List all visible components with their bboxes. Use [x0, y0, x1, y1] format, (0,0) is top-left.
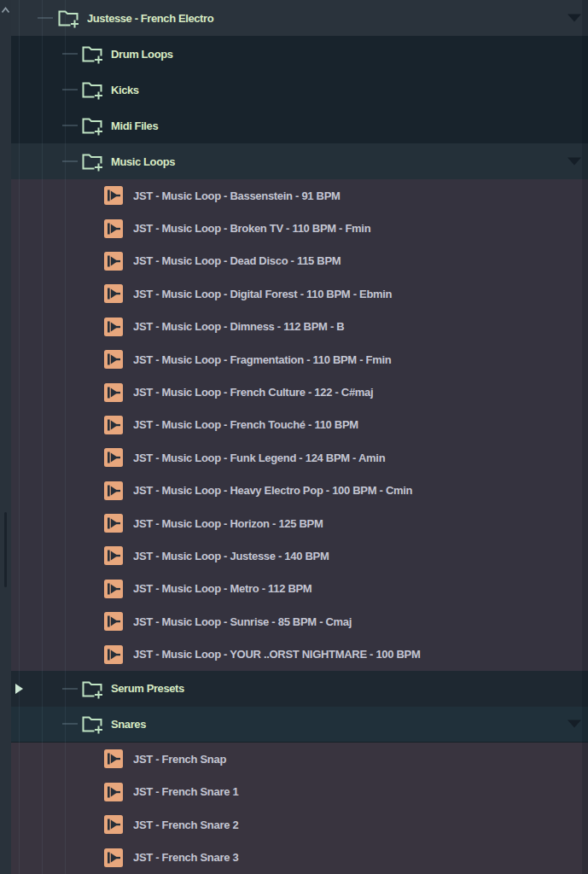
audio-sample-icon — [104, 252, 123, 271]
folder-label: Serum Presets — [111, 682, 588, 695]
audio-sample-icon — [104, 284, 123, 303]
folder-row[interactable]: Snares — [11, 707, 588, 743]
file-row[interactable]: JST - Music Loop - Funk Legend - 124 BPM… — [11, 441, 588, 474]
chevron-down-icon[interactable] — [568, 158, 581, 166]
play-marker-icon — [15, 684, 23, 694]
folder-plus-icon — [80, 714, 104, 734]
folder-row[interactable]: Drum Loops — [11, 36, 588, 72]
file-label: JST - Music Loop - Dead Disco - 115 BPM — [133, 254, 588, 267]
file-row[interactable]: JST - French Snare 3 — [11, 841, 588, 874]
chevron-down-icon[interactable] — [568, 15, 581, 22]
file-row[interactable]: JST - French Snare 1 — [11, 775, 588, 808]
file-label: JST - Music Loop - French Touché - 110 B… — [133, 418, 588, 431]
file-label: JST - Music Loop - Digital Forest - 110 … — [133, 288, 588, 300]
file-label: JST - French Snare 3 — [133, 851, 588, 864]
tree-connector — [62, 125, 78, 126]
tree-connector — [62, 688, 78, 690]
file-label: JST - Music Loop - Metro - 112 BPM — [133, 582, 588, 595]
file-label: JST - Music Loop - Dimness - 112 BPM - B — [133, 320, 588, 333]
file-label: JST - Music Loop - Heavy Electro Pop - 1… — [133, 484, 588, 497]
file-row[interactable]: JST - Music Loop - Heavy Electro Pop - 1… — [11, 475, 588, 507]
folder-plus-icon — [80, 44, 104, 64]
scroll-up-icon[interactable] — [0, 4, 11, 16]
file-row[interactable]: JST - French Snap — [11, 743, 588, 776]
file-row[interactable]: JST - Music Loop - Metro - 112 BPM — [11, 573, 588, 605]
audio-sample-icon — [104, 749, 123, 768]
folder-row[interactable]: Midi Files — [11, 108, 588, 143]
file-label: JST - Music Loop - French Culture - 122 … — [133, 386, 588, 399]
file-label: JST - Music Loop - Bassenstein - 91 BPM — [133, 189, 588, 202]
file-label: JST - Music Loop - Funk Legend - 124 BPM… — [133, 452, 588, 464]
chevron-down-icon[interactable] — [568, 720, 581, 728]
tree-connector — [62, 53, 78, 55]
audio-sample-icon — [104, 219, 123, 238]
audio-sample-icon — [104, 448, 123, 467]
file-row[interactable]: JST - Music Loop - Fragmentation - 110 B… — [11, 343, 588, 376]
folder-label: Kicks — [111, 84, 588, 96]
audio-sample-icon — [104, 481, 123, 500]
file-row[interactable]: JST - Music Loop - Bassenstein - 91 BPM — [11, 179, 588, 212]
audio-sample-icon — [104, 350, 123, 369]
file-label: JST - Music Loop - Horizon - 125 BPM — [133, 517, 588, 530]
file-label: JST - Music Loop - Broken TV - 110 BPM -… — [133, 222, 588, 235]
audio-sample-icon — [104, 383, 123, 402]
audio-sample-icon — [104, 580, 123, 598]
browser-panel: Justesse - French Electro Drum Loops Kic… — [0, 0, 588, 874]
audio-sample-icon — [104, 612, 123, 631]
scrollbar-track[interactable] — [0, 0, 11, 874]
tree-connector — [62, 89, 78, 90]
file-tree: Justesse - French Electro Drum Loops Kic… — [11, 0, 588, 874]
file-label: JST - Music Loop - YOUR ..ORST NIGHTMARE… — [133, 648, 588, 661]
file-row[interactable]: JST - French Snare 2 — [11, 808, 588, 842]
file-row[interactable]: JST - Music Loop - Sunrise - 85 BPM - Cm… — [11, 605, 588, 638]
folder-row[interactable]: Kicks — [11, 72, 588, 108]
audio-sample-icon — [104, 514, 123, 533]
folder-plus-icon — [80, 79, 104, 100]
file-row[interactable]: JST - Music Loop - YOUR ..ORST NIGHTMARE… — [11, 638, 588, 670]
file-row[interactable]: JST - Music Loop - Digital Forest - 110 … — [11, 277, 588, 310]
folder-label: Music Loops — [111, 155, 588, 168]
folder-label: Midi Files — [111, 119, 588, 132]
tree-connector — [38, 17, 53, 19]
scrollbar-thumb[interactable] — [4, 512, 7, 587]
folder-plus-icon — [80, 151, 104, 172]
audio-sample-icon — [104, 318, 123, 336]
folder-row[interactable]: Justesse - French Electro — [11, 0, 588, 36]
audio-sample-icon — [104, 815, 123, 834]
folder-row[interactable]: Serum Presets — [11, 671, 588, 707]
audio-sample-icon — [104, 416, 123, 434]
audio-sample-icon — [104, 186, 123, 205]
folder-plus-icon — [80, 679, 104, 699]
audio-sample-icon — [104, 645, 123, 664]
audio-sample-icon — [104, 783, 123, 801]
folder-label: Snares — [111, 718, 588, 731]
folder-plus-icon — [80, 115, 104, 136]
file-label: JST - French Snare 1 — [133, 785, 588, 798]
tree-connector — [62, 160, 78, 162]
file-row[interactable]: JST - Music Loop - Dead Disco - 115 BPM — [11, 245, 588, 277]
folder-label: Drum Loops — [111, 48, 588, 61]
file-row[interactable]: JST - Music Loop - Dimness - 112 BPM - B — [11, 311, 588, 343]
file-label: JST - French Snare 2 — [133, 819, 588, 831]
tree-connector — [62, 723, 78, 725]
file-row[interactable]: JST - Music Loop - French Culture - 122 … — [11, 376, 588, 408]
file-row[interactable]: JST - Music Loop - Justesse - 140 BPM — [11, 539, 588, 572]
folder-plus-icon — [56, 8, 80, 28]
file-label: JST - Music Loop - Fragmentation - 110 B… — [133, 353, 588, 366]
file-row[interactable]: JST - Music Loop - Broken TV - 110 BPM -… — [11, 212, 588, 244]
audio-sample-icon — [104, 546, 123, 565]
file-row[interactable]: JST - Music Loop - Horizon - 125 BPM — [11, 507, 588, 539]
file-row[interactable]: JST - Music Loop - French Touché - 110 B… — [11, 409, 588, 441]
audio-sample-icon — [104, 848, 123, 867]
file-label: JST - Music Loop - Justesse - 140 BPM — [133, 550, 588, 562]
file-label: JST - Music Loop - Sunrise - 85 BPM - Cm… — [133, 615, 588, 628]
folder-label: Justesse - French Electro — [87, 12, 588, 25]
folder-row[interactable]: Music Loops — [11, 143, 588, 179]
file-label: JST - French Snap — [133, 753, 588, 766]
